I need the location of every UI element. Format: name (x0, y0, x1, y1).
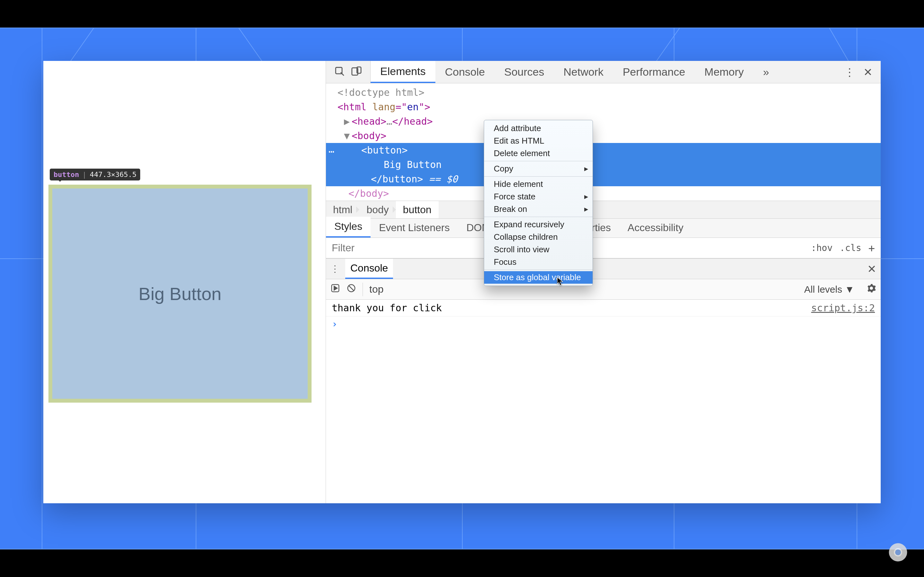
console-prompt[interactable]: › (326, 316, 881, 332)
dom-selected-node[interactable]: ⋯ <button> Big Button </button> == $0 (326, 143, 881, 186)
console-output[interactable]: thank you for click script.js:2 › (326, 300, 881, 503)
big-button-preview[interactable]: Big Button (48, 185, 312, 403)
console-drawer-tab[interactable]: Console (345, 259, 393, 279)
ctx-store-global-variable[interactable]: Store as global variable (484, 271, 593, 284)
dom-line: ▶<head>…</head> (326, 114, 881, 129)
ctx-force-state[interactable]: Force state (484, 190, 593, 203)
svg-point-7 (895, 550, 901, 555)
dom-line: <!doctype html> (326, 85, 881, 100)
inspect-tooltip: button | 447.3×365.5 (50, 169, 140, 181)
console-log-source[interactable]: script.js:2 (811, 302, 875, 314)
ctx-break-on[interactable]: Break on (484, 203, 593, 215)
ctx-scroll-into-view[interactable]: Scroll into view (484, 243, 593, 256)
console-toolbar: top All levels ▼ (326, 279, 881, 300)
breadcrumb: html body button (326, 201, 881, 219)
inspect-element-icon[interactable] (334, 66, 345, 78)
console-drawer-header: ⋮ Console ✕ (326, 259, 881, 279)
console-close-icon[interactable]: ✕ (867, 263, 876, 276)
console-settings-icon[interactable] (867, 284, 876, 295)
dom-line: <html lang="en"> (326, 100, 881, 114)
page-preview-pane: button | 447.3×365.5 Big Button (43, 61, 326, 503)
devtools-tabbar: Elements Console Sources Network Perform… (326, 61, 881, 83)
cls-toggle[interactable]: .cls (840, 243, 861, 253)
subtab-accessibility[interactable]: Accessibility (619, 218, 692, 237)
ctx-copy[interactable]: Copy (484, 163, 593, 175)
styles-subtabs: Styles Event Listeners DOM Breakpoints P… (326, 219, 881, 238)
ctx-separator (484, 217, 593, 217)
subtab-event-listeners[interactable]: Event Listeners (371, 218, 458, 237)
ctx-separator (484, 176, 593, 177)
device-toggle-icon[interactable] (351, 66, 362, 78)
console-kebab-icon[interactable]: ⋮ (330, 263, 339, 274)
context-menu: Add attribute Edit as HTML Delete elemen… (484, 120, 593, 286)
console-log-row: thank you for click script.js:2 (326, 300, 881, 316)
console-log-text: thank you for click (332, 302, 442, 314)
hov-toggle[interactable]: :hov (811, 243, 833, 253)
tabs-overflow-icon[interactable]: » (753, 61, 779, 83)
dom-line: ▼<body> (326, 129, 881, 143)
dom-tree[interactable]: <!doctype html> <html lang="en"> ▶<head>… (326, 83, 881, 201)
ctx-hide-element[interactable]: Hide element (484, 178, 593, 190)
ctx-collapse-children[interactable]: Collapse children (484, 231, 593, 243)
console-levels-selector[interactable]: All levels ▼ (804, 284, 855, 295)
styles-filter-row: :hov .cls + (326, 238, 881, 258)
mouse-cursor-icon (557, 277, 564, 286)
selected-dots-icon: ⋯ (328, 144, 335, 159)
big-button-label: Big Button (139, 284, 221, 304)
ctx-separator (484, 161, 593, 161)
tab-performance[interactable]: Performance (613, 61, 695, 83)
console-context-selector[interactable]: top (369, 284, 383, 295)
tab-memory[interactable]: Memory (695, 61, 754, 83)
ctx-focus[interactable]: Focus (484, 256, 593, 268)
subtab-styles[interactable]: Styles (326, 217, 371, 237)
console-clear-icon[interactable] (347, 284, 356, 295)
tab-console[interactable]: Console (435, 61, 495, 83)
dom-line: </body> (326, 186, 881, 201)
console-drawer: ⋮ Console ✕ top All levels ▼ (326, 258, 881, 503)
close-icon[interactable]: ✕ (863, 66, 872, 79)
tab-sources[interactable]: Sources (494, 61, 554, 83)
ctx-edit-as-html[interactable]: Edit as HTML (484, 135, 593, 147)
crumb-html[interactable]: html (326, 201, 359, 218)
kebab-icon[interactable]: ⋮ (844, 66, 855, 79)
devtools-pane: Elements Console Sources Network Perform… (326, 61, 881, 503)
console-play-icon[interactable] (330, 284, 340, 295)
tab-elements[interactable]: Elements (371, 61, 435, 83)
ctx-separator (484, 269, 593, 270)
inspect-tooltip-dimensions: 447.3×365.5 (90, 171, 137, 179)
workspace-window: button | 447.3×365.5 Big Button Elements… (43, 61, 881, 503)
ctx-delete-element[interactable]: Delete element (484, 147, 593, 160)
chrome-logo-icon (888, 542, 908, 562)
tab-network[interactable]: Network (554, 61, 613, 83)
inspect-tooltip-tag: button (53, 171, 79, 179)
new-style-rule-icon[interactable]: + (869, 243, 875, 253)
crumb-button[interactable]: button (396, 201, 439, 218)
ctx-expand-recursively[interactable]: Expand recursively (484, 218, 593, 231)
ctx-add-attribute[interactable]: Add attribute (484, 122, 593, 135)
crumb-body[interactable]: body (359, 201, 396, 218)
